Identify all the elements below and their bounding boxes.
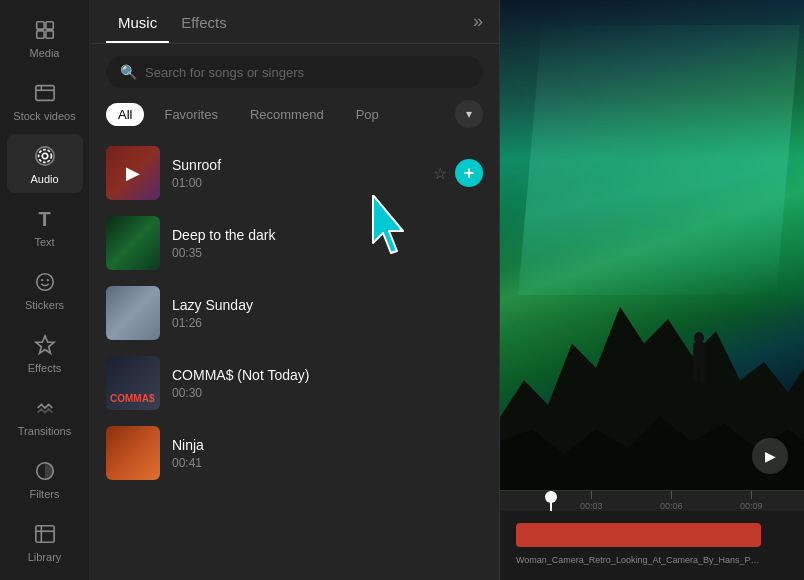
song-info-sunroof: Sunroof 01:00	[172, 157, 421, 190]
svg-point-8	[38, 150, 51, 163]
sidebar-item-text-label: Text	[34, 236, 54, 248]
sidebar-item-filters[interactable]: Filters	[7, 449, 83, 508]
timeline-marker-3: 00:09	[740, 491, 763, 511]
sidebar-item-text[interactable]: T Text	[7, 197, 83, 256]
svg-rect-4	[35, 86, 53, 101]
song-duration-ninja: 00:41	[172, 456, 483, 470]
filters-icon	[31, 457, 59, 485]
song-item-lazy[interactable]: Lazy Sunday 01:26	[90, 278, 499, 348]
sidebar-item-audio-label: Audio	[30, 173, 58, 185]
song-item-ninja[interactable]: Ninja 00:41	[90, 418, 499, 488]
song-actions-sunroof: ☆ +	[433, 159, 483, 187]
song-item-commas[interactable]: COMMA$ COMMA$ (Not Today) 00:30	[90, 348, 499, 418]
aurora-layer-2	[519, 25, 801, 295]
filter-recommend[interactable]: Recommend	[238, 103, 336, 126]
search-bar: 🔍	[106, 56, 483, 88]
text-icon: T	[31, 205, 59, 233]
add-sunroof-button[interactable]: +	[455, 159, 483, 187]
song-item-sunroof[interactable]: ▶ Sunroof 01:00 ☆ +	[90, 138, 499, 208]
svg-rect-3	[45, 31, 52, 38]
preview-panel: ▶ 00:03 00:06 00:09 Woman_Camera_Retro_L…	[500, 0, 804, 580]
sidebar-item-audio[interactable]: Audio	[7, 134, 83, 193]
song-info-commas: COMMA$ (Not Today) 00:30	[172, 367, 483, 400]
song-info-deep: Deep to the dark 00:35	[172, 227, 483, 260]
sidebar-item-stickers[interactable]: Stickers	[7, 260, 83, 319]
song-duration-commas: 00:30	[172, 386, 483, 400]
audio-icon	[31, 142, 59, 170]
favorite-sunroof-button[interactable]: ☆	[433, 164, 447, 183]
svg-point-10	[36, 274, 53, 291]
svg-rect-2	[36, 31, 43, 38]
svg-point-7	[42, 153, 48, 159]
library-icon	[31, 520, 59, 548]
song-thumb-commas: COMMA$	[106, 356, 160, 410]
sidebar-item-stickers-label: Stickers	[25, 299, 64, 311]
music-panel: Music Effects » 🔍 All Favorites Recommen…	[90, 0, 500, 580]
song-duration-lazy: 01:26	[172, 316, 483, 330]
song-duration-sunroof: 01:00	[172, 176, 421, 190]
timeline-playhead[interactable]	[550, 491, 552, 511]
timeline-track-label: Woman_Camera_Retro_Looking_At_Camera_By_…	[516, 555, 761, 565]
song-duration-deep: 00:35	[172, 246, 483, 260]
song-info-ninja: Ninja 00:41	[172, 437, 483, 470]
svg-rect-21	[693, 366, 698, 382]
sidebar-item-media[interactable]: Media	[7, 8, 83, 67]
person-figure	[691, 332, 707, 382]
song-item-deep[interactable]: Deep to the dark 00:35	[90, 208, 499, 278]
song-title-sunroof: Sunroof	[172, 157, 421, 173]
sidebar: Media Stock videos Audio T Text	[0, 0, 90, 580]
song-thumb-deep	[106, 216, 160, 270]
preview-video: ▶	[500, 0, 804, 490]
filter-pop[interactable]: Pop	[344, 103, 391, 126]
song-info-lazy: Lazy Sunday 01:26	[172, 297, 483, 330]
song-list: ▶ Sunroof 01:00 ☆ + Deep to the dark 00:…	[90, 138, 499, 580]
panel-tabs: Music Effects »	[90, 0, 499, 44]
effects-icon	[31, 331, 59, 359]
song-thumb-ninja	[106, 426, 160, 480]
song-title-deep: Deep to the dark	[172, 227, 483, 243]
song-title-lazy: Lazy Sunday	[172, 297, 483, 313]
svg-rect-20	[693, 342, 705, 367]
commas-logo: COMMA$	[110, 393, 154, 404]
filter-favorites[interactable]: Favorites	[152, 103, 229, 126]
search-icon: 🔍	[120, 64, 137, 80]
search-input[interactable]	[145, 65, 469, 80]
svg-rect-22	[700, 366, 705, 382]
timeline-marker-1: 00:03	[580, 491, 603, 511]
song-title-ninja: Ninja	[172, 437, 483, 453]
filter-more-button[interactable]: ▾	[455, 100, 483, 128]
transitions-icon	[31, 394, 59, 422]
sidebar-item-media-label: Media	[30, 47, 60, 59]
tab-effects[interactable]: Effects	[169, 0, 239, 43]
sidebar-item-effects[interactable]: Effects	[7, 323, 83, 382]
song-title-commas: COMMA$ (Not Today)	[172, 367, 483, 383]
sidebar-item-transitions-label: Transitions	[18, 425, 71, 437]
timeline: 00:03 00:06 00:09 Woman_Camera_Retro_Loo…	[500, 490, 804, 580]
sidebar-item-effects-label: Effects	[28, 362, 61, 374]
preview-play-button[interactable]: ▶	[752, 438, 788, 474]
svg-marker-13	[35, 336, 53, 353]
stock-icon	[31, 79, 59, 107]
media-icon	[31, 16, 59, 44]
sidebar-item-library[interactable]: Library	[7, 512, 83, 571]
tab-music[interactable]: Music	[106, 0, 169, 43]
stickers-icon	[31, 268, 59, 296]
sidebar-item-stock[interactable]: Stock videos	[7, 71, 83, 130]
timeline-track[interactable]: Woman_Camera_Retro_Looking_At_Camera_By_…	[516, 523, 761, 547]
filter-row: All Favorites Recommend Pop ▾	[90, 100, 499, 138]
play-overlay-sunroof: ▶	[106, 146, 160, 200]
sidebar-item-library-label: Library	[28, 551, 62, 563]
collapse-panel-button[interactable]: »	[473, 11, 483, 32]
svg-rect-0	[36, 22, 43, 29]
song-thumb-sunroof: ▶	[106, 146, 160, 200]
sidebar-item-transitions[interactable]: Transitions	[7, 386, 83, 445]
svg-rect-15	[35, 526, 53, 543]
song-thumb-lazy	[106, 286, 160, 340]
timeline-ruler: 00:03 00:06 00:09	[500, 491, 804, 511]
svg-rect-1	[45, 22, 52, 29]
northern-lights-bg	[500, 0, 804, 490]
filter-all[interactable]: All	[106, 103, 144, 126]
sidebar-item-filters-label: Filters	[30, 488, 60, 500]
sidebar-item-stock-label: Stock videos	[13, 110, 75, 122]
timeline-marker-2: 00:06	[660, 491, 683, 511]
